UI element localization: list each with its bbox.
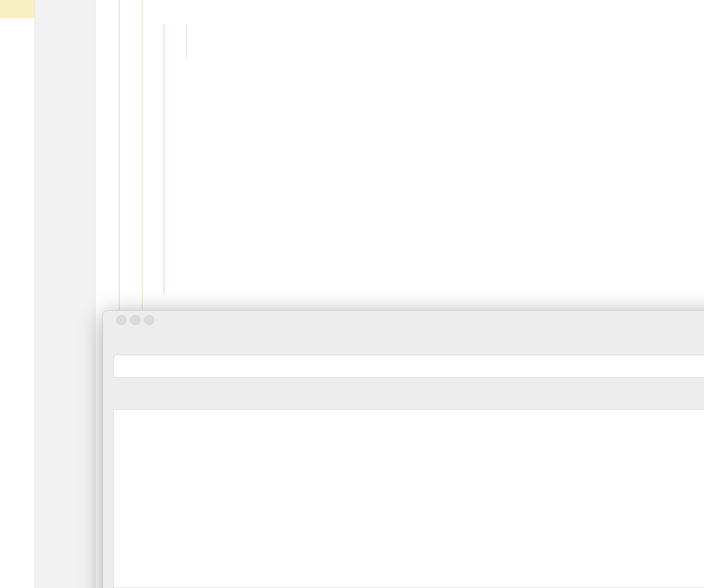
- indent-guide-gray: [186, 24, 187, 60]
- result-tree[interactable]: [113, 409, 704, 588]
- expression-input[interactable]: [113, 355, 704, 378]
- window-minimize-button[interactable]: [130, 315, 140, 325]
- window-zoom-button[interactable]: [144, 315, 154, 325]
- editor-gutter[interactable]: [35, 0, 95, 588]
- ide-window: [0, 0, 704, 588]
- project-tree-panel[interactable]: [0, 0, 35, 588]
- indent-guide-yellow: [142, 0, 143, 310]
- indent-guide-blue: [119, 0, 120, 310]
- project-tree-highlighted-row[interactable]: [0, 0, 35, 18]
- indent-guide-pink: [164, 24, 164, 294]
- window-close-button[interactable]: [116, 315, 126, 325]
